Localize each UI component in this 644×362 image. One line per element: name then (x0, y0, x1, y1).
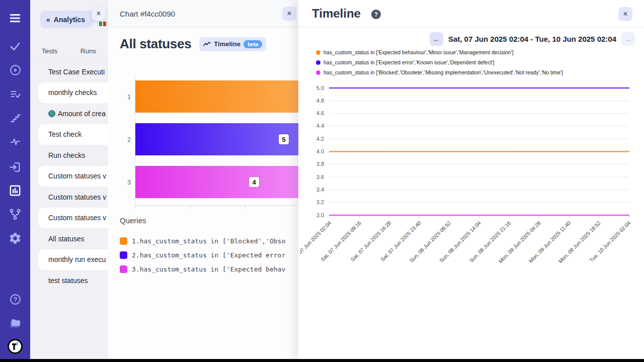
menu-icon[interactable] (0, 11, 30, 26)
checklist-icon[interactable] (0, 86, 30, 102)
chart-detail-panel: Chart #f4cc0090 × All statuses Timeline … (108, 0, 298, 359)
y-tick-label: 3.6 (316, 174, 324, 180)
timeline-toggle-button[interactable]: Timeline beta (199, 37, 266, 51)
y-tick-label: 3.8 (316, 161, 324, 167)
query-row: 2.has_custom_status in ['Expected error (120, 248, 298, 262)
chart-list-item-label: Custom statuses v (48, 193, 106, 201)
query-text: 1.has_custom_status in ['Blocked','Obso (132, 237, 285, 245)
bar-chart-icon[interactable] (0, 183, 30, 198)
chart-list-item[interactable]: Test Case Executi (30, 61, 108, 82)
chart-panel-close-button[interactable]: × (282, 7, 296, 21)
chart-title-row: All statuses Timeline beta (120, 36, 266, 52)
next-range-button[interactable]: → (621, 32, 635, 46)
y-tick-label: 3.0 (316, 212, 324, 218)
chart-title: All statuses (120, 36, 191, 52)
t-logo-icon[interactable] (0, 339, 30, 354)
legend-item[interactable]: has_custom_status in ['Expected error','… (316, 57, 638, 67)
chart-list-item-label: monthly checks (48, 88, 97, 97)
arrow-right-icon: → (625, 35, 632, 43)
chart-list-item[interactable]: Custom statuses v (38, 208, 108, 229)
help-circle-icon[interactable]: ? (0, 292, 30, 307)
axis-tick (135, 206, 136, 208)
bar-category-label: 2 (108, 136, 131, 143)
tab-tests[interactable]: Tests (30, 44, 69, 62)
timeline-close-button[interactable]: × (618, 7, 632, 21)
bar-value-label: 5 (279, 134, 289, 144)
bar-category-label: 1 (108, 94, 131, 101)
chart-id-title: Chart #f4cc0090 (120, 10, 175, 18)
left-icon-rail: ? (0, 0, 30, 359)
query-row: 3.has_custom_status in ['Expected behav (120, 262, 298, 276)
status-bar[interactable] (135, 123, 298, 155)
help-icon[interactable]: ? (371, 10, 381, 19)
y-tick-label: 4.0 (316, 148, 324, 154)
status-bar[interactable] (135, 166, 298, 198)
query-color-dot (120, 251, 127, 259)
chart-list-item[interactable]: Custom statuses v (38, 166, 108, 187)
bar-category-label: 3 (108, 179, 131, 186)
analytics-chart-list: Test Case Executimonthly checksAmount of… (30, 61, 108, 291)
y-tick-label: 4.4 (316, 123, 324, 129)
chart-list-item[interactable]: monthly run execu (38, 249, 108, 270)
queries-section: Queries 1.has_custom_status in ['Blocked… (120, 216, 298, 276)
legend-item[interactable]: has_custom_status in ['Expected behaviou… (316, 47, 638, 57)
legend-label: has_custom_status in ['Expected behaviou… (324, 49, 513, 55)
y-tick-label: 3.2 (316, 199, 324, 205)
chart-list-item-label: All statuses (48, 235, 85, 243)
chart-list-item[interactable]: All statuses (30, 228, 108, 249)
legend-label: has_custom_status in ['Expected error','… (324, 59, 494, 65)
y-tick-label: 4.6 (316, 110, 324, 116)
queries-title: Queries (120, 216, 298, 225)
collapse-chevrons-icon: « (46, 16, 50, 24)
bar-value-label: 4 (249, 177, 259, 187)
branch-icon[interactable] (0, 207, 30, 222)
query-text: 2.has_custom_status in ['Expected error (132, 251, 285, 259)
timeline-panel-header: Timeline ? × (298, 0, 644, 28)
query-color-dot (120, 265, 127, 273)
date-range-label: Sat, 07 Jun 2025 02:04 - Tue, 10 Jun 202… (448, 35, 616, 43)
red-indicator (103, 22, 106, 26)
check-icon[interactable] (0, 39, 30, 54)
drawer-tabs: TestsRuns (30, 44, 108, 62)
prev-range-button[interactable]: ← (430, 32, 443, 46)
tab-runs[interactable]: Runs (69, 44, 108, 62)
axis-tick (245, 206, 246, 208)
globe-icon (48, 110, 55, 117)
import-icon[interactable] (0, 159, 30, 174)
chart-list-item-label: monthly run execu (48, 255, 106, 263)
chart-list-item[interactable]: Amount of crea (30, 103, 108, 124)
chart-list-item[interactable]: Run checks (30, 145, 108, 166)
chart-list-item-label: Run checks (48, 151, 85, 159)
bottom-black-strip (0, 359, 644, 362)
play-circle-icon[interactable] (0, 62, 30, 77)
y-tick-label: 4.8 (316, 98, 324, 104)
chart-list-item-label: test statuses (48, 277, 88, 285)
status-bar[interactable] (135, 80, 298, 113)
gear-icon[interactable] (0, 231, 30, 246)
statuses-bar-chart[interactable]: 12534 (108, 70, 298, 214)
close-icon: × (96, 9, 101, 18)
svg-text:?: ? (13, 296, 17, 303)
close-icon: × (287, 9, 291, 18)
analytics-collapse-button[interactable]: « Analytics (40, 11, 93, 28)
chart-list-item[interactable]: monthly checks (38, 82, 108, 104)
green-indicator (99, 22, 102, 26)
chart-list-item[interactable]: test statuses (30, 270, 108, 291)
y-tick-label: 3.4 (316, 187, 324, 193)
pulse-icon[interactable] (0, 134, 30, 149)
timeline-chip-label: Timeline (214, 40, 240, 48)
legend-label: has_custom_status in ['Blocked','Obsolet… (324, 69, 563, 75)
chart-list-item-label: Amount of crea (58, 110, 106, 118)
query-row: 1.has_custom_status in ['Blocked','Obso (120, 234, 298, 248)
folders-icon[interactable] (0, 315, 30, 330)
steps-icon[interactable] (0, 111, 30, 126)
chart-list-item[interactable]: Test check (38, 124, 108, 145)
chart-list-item-label: Custom statuses v (48, 214, 106, 222)
chart-list-item[interactable]: Custom statuses v (30, 187, 108, 208)
drawer-close-button[interactable]: × (92, 7, 106, 21)
app-root: ? « Analytics × TestsRuns Test Case Exec… (0, 0, 644, 362)
legend-color-dot (316, 50, 320, 55)
timeline-line-chart[interactable]: 5.04.84.64.44.24.03.83.63.43.23.0Sat, 07… (300, 81, 644, 283)
legend-item[interactable]: has_custom_status in ['Blocked','Obsolet… (316, 67, 638, 77)
bar-x-axis (135, 205, 298, 206)
